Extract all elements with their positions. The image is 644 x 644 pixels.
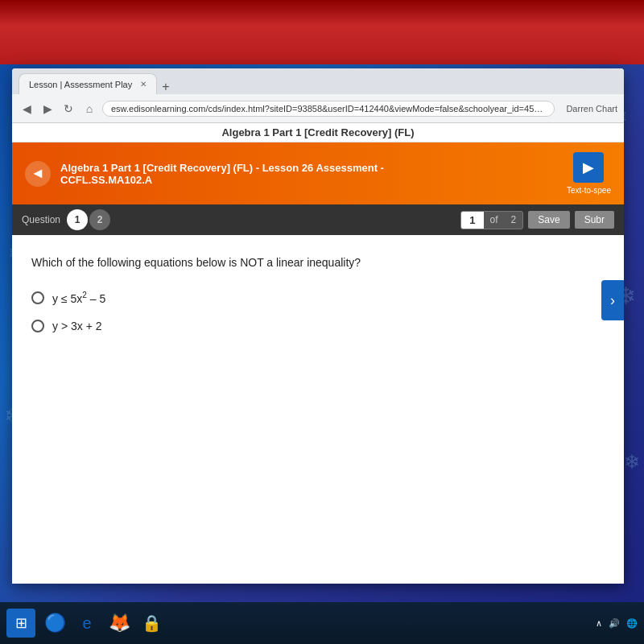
volume-icon[interactable]: 🔊 (609, 618, 620, 629)
browser-toolbar: ◀ ▶ ↻ ⌂ esw.edisonlearning.com/cds/index… (12, 94, 624, 123)
taskbar-ie-icon[interactable]: e (74, 610, 100, 636)
back-button[interactable]: ◀ (19, 101, 35, 117)
lesson-title-line2: CCFL.SS.MA102.A (60, 174, 567, 186)
tts-label: Text-to-spee (567, 186, 611, 195)
of-text: of (484, 212, 505, 228)
start-button[interactable]: ⊞ (6, 609, 35, 638)
question-tab-2[interactable]: 2 (89, 209, 110, 230)
taskbar-security-icon[interactable]: 🔒 (138, 610, 164, 636)
forward-button[interactable]: ▶ (39, 101, 56, 117)
user-name: Darren Chart (566, 104, 617, 114)
laptop-top-bezel (0, 0, 644, 64)
question-area: Which of the following equations below i… (12, 235, 624, 366)
question-tab-1[interactable]: 1 (67, 209, 88, 230)
taskbar-edge-icon[interactable]: 🔵 (42, 610, 68, 636)
next-arrow-button[interactable]: › (601, 280, 624, 320)
save-button[interactable]: Save (528, 211, 569, 229)
taskbar-system-tray: ∧ 🔊 🌐 (596, 618, 638, 629)
taskbar-firefox-icon[interactable]: 🦊 (106, 610, 132, 636)
tab-label: Lesson | Assessment Play (29, 80, 132, 89)
lesson-header: ◄ Algebra 1 Part 1 [Credit Recovery] (FL… (12, 142, 624, 204)
browser-tab-bar: Lesson | Assessment Play ✕ + (12, 68, 624, 94)
desktop: ❄ ❄ ❄ ❄ ❄ ❄ ❄ ❄ ❄ ❄ ❄ ❄ Lesson | Assessm… (0, 0, 644, 644)
answer-option-b[interactable]: y > 3x + 2 (31, 320, 605, 332)
question-text: Which of the following equations below i… (31, 254, 605, 271)
page-title-bar: Algebra 1 Part 1 [Credit Recovery] (FL) (12, 123, 624, 142)
browser-window: Lesson | Assessment Play ✕ + ◀ ▶ ↻ ⌂ esw… (12, 68, 624, 584)
address-bar[interactable]: esw.edisonlearning.com/cds/index.html?si… (102, 101, 555, 117)
text-to-speech-button[interactable]: ▶ Text-to-spee (567, 152, 611, 195)
radio-b[interactable] (31, 320, 44, 332)
system-tray-expand[interactable]: ∧ (596, 618, 602, 629)
question-tabs: Question 1 2 (22, 209, 110, 230)
question-label: Question (22, 214, 60, 225)
nav-controls: 1 of 2 Save Subr (460, 211, 614, 229)
back-icon: ◄ (31, 165, 45, 182)
network-icon[interactable]: 🌐 (626, 618, 638, 629)
answer-text-b: y > 3x + 2 (52, 320, 101, 332)
current-page: 1 (461, 212, 483, 229)
taskbar: ⊞ 🔵 e 🦊 🔒 ∧ 🔊 🌐 (0, 602, 644, 644)
total-pages: 2 (505, 212, 523, 228)
submit-button[interactable]: Subr (575, 211, 614, 229)
play-icon: ▶ (573, 152, 604, 183)
lesson-title-line1: Algebra 1 Part 1 [Credit Recovery] (FL) … (60, 162, 567, 174)
page-indicator: 1 of 2 (460, 211, 523, 229)
answer-text-a: y ≤ 5x2 – 5 (52, 291, 105, 305)
tab-close-button[interactable]: ✕ (140, 80, 147, 89)
lesson-title: Algebra 1 Part 1 [Credit Recovery] (FL) … (60, 162, 567, 186)
navigation-bar: Question 1 2 1 of 2 Save Subr (12, 204, 624, 235)
radio-a[interactable] (31, 291, 44, 304)
new-tab-button[interactable]: + (162, 80, 169, 94)
home-button[interactable]: ⌂ (81, 101, 97, 117)
page-content: ◄ Algebra 1 Part 1 [Credit Recovery] (FL… (12, 142, 624, 571)
reload-button[interactable]: ↻ (60, 101, 76, 117)
answer-option-a[interactable]: y ≤ 5x2 – 5 (31, 291, 605, 305)
active-tab[interactable]: Lesson | Assessment Play ✕ (19, 73, 157, 94)
page-title: Algebra 1 Part 1 [Credit Recovery] (FL) (221, 126, 414, 138)
back-lesson-button[interactable]: ◄ (25, 161, 51, 187)
